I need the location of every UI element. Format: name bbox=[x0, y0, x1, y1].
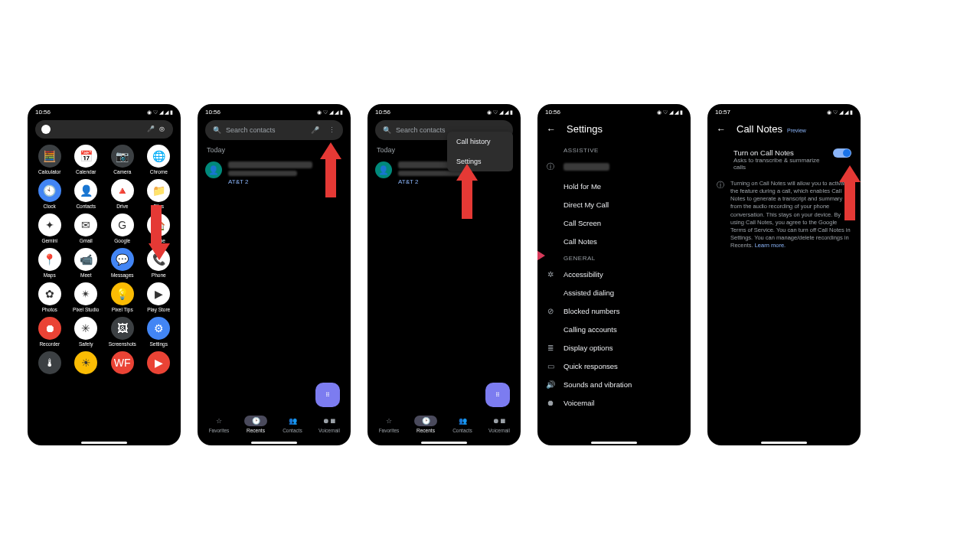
mic-icon[interactable]: 🎤 bbox=[147, 126, 155, 133]
tab-icon: ☆ bbox=[377, 416, 400, 426]
app-label: Screenshots bbox=[109, 341, 136, 347]
google-icon: G bbox=[41, 125, 51, 134]
tab-label: Recents bbox=[416, 428, 435, 433]
setting-direct-my-call[interactable]: Direct My Call bbox=[537, 195, 691, 214]
call-notes-switch[interactable] bbox=[833, 148, 851, 158]
app-photos[interactable]: ✿Photos bbox=[32, 282, 67, 312]
app-screenshots[interactable]: 🖼Screenshots bbox=[105, 317, 140, 347]
setting-caller-id[interactable]: ⓘ bbox=[537, 157, 691, 177]
nav-bar[interactable] bbox=[251, 442, 297, 444]
app-maps[interactable]: 📍Maps bbox=[32, 248, 67, 278]
app-clock[interactable]: 🕙Clock bbox=[32, 179, 67, 209]
app-icon: ✴ bbox=[74, 282, 97, 305]
page-title: Settings bbox=[567, 123, 603, 135]
tab-recents[interactable]: 🕑Recents bbox=[244, 416, 267, 433]
app-safety[interactable]: ✳Safety bbox=[69, 317, 104, 347]
status-time: 10:57 bbox=[715, 109, 730, 116]
status-time: 10:56 bbox=[205, 109, 220, 116]
setting-call-notes[interactable]: Call Notes bbox=[537, 232, 691, 250]
tab-recents[interactable]: 🕑Recents bbox=[414, 416, 437, 433]
app-label: Google bbox=[114, 238, 130, 243]
app-icon[interactable]: 🌡 bbox=[32, 351, 67, 376]
tab-icon: ⏺⏹ bbox=[488, 416, 511, 426]
app-gemini[interactable]: ✦Gemini bbox=[32, 214, 67, 243]
app-label: Calendar bbox=[76, 169, 96, 174]
nav-bar[interactable] bbox=[591, 442, 637, 444]
tab-icon: ☆ bbox=[207, 416, 230, 426]
tab-contacts[interactable]: 👥Contacts bbox=[451, 416, 474, 433]
tab-voicemail[interactable]: ⏺⏹Voicemail bbox=[488, 416, 511, 433]
setting-assisted-dialing[interactable]: Assisted dialing bbox=[537, 283, 691, 302]
app-icon: 📷 bbox=[111, 145, 134, 168]
toggle-call-notes-row[interactable]: Turn on Call Notes Asks to transcribe & … bbox=[707, 142, 861, 175]
setting-label: Voicemail bbox=[564, 399, 595, 407]
nav-bar[interactable] bbox=[761, 442, 807, 444]
tab-favorites[interactable]: ☆Favorites bbox=[207, 416, 230, 433]
setting-icon: ⊘ bbox=[545, 307, 556, 315]
app-camera[interactable]: 📷Camera bbox=[105, 145, 140, 174]
mic-icon[interactable]: 🎤 bbox=[311, 126, 319, 134]
app-drive[interactable]: 🔺Drive bbox=[105, 179, 140, 209]
app-icon[interactable]: ▶ bbox=[142, 351, 177, 376]
dialpad-button[interactable]: ⠿ bbox=[485, 383, 510, 407]
app-icon: ✿ bbox=[38, 282, 61, 305]
app-meet[interactable]: 📹Meet bbox=[69, 248, 104, 278]
tab-contacts[interactable]: 👥Contacts bbox=[281, 416, 304, 433]
setting-quick-responses[interactable]: ▭Quick responses bbox=[537, 357, 691, 375]
app-gmail[interactable]: ✉Gmail bbox=[69, 214, 104, 243]
setting-label: Assisted dialing bbox=[564, 289, 614, 297]
nav-bar[interactable] bbox=[421, 442, 467, 444]
setting-calling-accounts[interactable]: Calling accounts bbox=[537, 320, 691, 338]
app-label: Gmail bbox=[80, 238, 93, 243]
setting-blocked-numbers[interactable]: ⊘Blocked numbers bbox=[537, 302, 691, 320]
setting-label: Quick responses bbox=[564, 362, 618, 370]
setting-label: Accessibility bbox=[564, 270, 603, 279]
app-play-store[interactable]: ▶Play Store bbox=[142, 282, 177, 312]
app-icon[interactable]: WF bbox=[105, 351, 140, 376]
back-icon[interactable]: ← bbox=[717, 124, 726, 135]
app-pixel-studio[interactable]: ✴Pixel Studio bbox=[69, 282, 104, 312]
app-calendar[interactable]: 📅Calendar bbox=[69, 145, 104, 174]
tab-voicemail[interactable]: ⏺⏹Voicemail bbox=[318, 416, 341, 433]
setting-sounds-and-vibration[interactable]: 🔊Sounds and vibration bbox=[537, 375, 691, 393]
search-contacts-bar[interactable]: 🔍 Search contacts 🎤 ⋮ bbox=[205, 120, 343, 140]
app-recorder[interactable]: ⏺Recorder bbox=[32, 317, 67, 347]
annotation-arrow-right bbox=[537, 245, 545, 266]
app-icon: G bbox=[111, 214, 134, 236]
app-label: Chrome bbox=[150, 169, 168, 174]
app-pixel-tips[interactable]: 💡Pixel Tips bbox=[105, 282, 140, 312]
app-contacts[interactable]: 👤Contacts bbox=[69, 179, 104, 209]
setting-hold-for-me[interactable]: Hold for Me bbox=[537, 177, 691, 195]
avatar: 👤 bbox=[205, 161, 222, 178]
app-label: Pixel Tips bbox=[112, 307, 133, 312]
menu-call-history[interactable]: Call history bbox=[447, 132, 513, 152]
app-label: Gemini bbox=[41, 238, 57, 243]
learn-more-link[interactable]: Learn more. bbox=[755, 242, 786, 249]
section-general: GENERAL bbox=[537, 250, 691, 265]
tab-icon: ⏺⏹ bbox=[318, 416, 341, 426]
setting-accessibility[interactable]: ✲Accessibility bbox=[537, 265, 691, 283]
google-search-bar[interactable]: G 🎤 ◎ bbox=[35, 120, 173, 139]
tab-favorites[interactable]: ☆Favorites bbox=[377, 416, 400, 433]
setting-voicemail[interactable]: ⏺Voicemail bbox=[537, 393, 691, 412]
app-calculator[interactable]: 🧮Calculator bbox=[32, 145, 67, 174]
app-icon[interactable]: ☀ bbox=[69, 351, 104, 376]
setting-call-screen[interactable]: Call Screen bbox=[537, 214, 691, 232]
setting-icon: ✲ bbox=[545, 270, 556, 279]
screen-phone-settings: 10:56 ◉♡◢◢▮ ← Settings ASSISTIVE ⓘ Hold … bbox=[537, 104, 691, 445]
tab-label: Favorites bbox=[379, 428, 400, 433]
carrier-label: AT&T 2 bbox=[398, 178, 513, 185]
overflow-menu-icon[interactable]: ⋮ bbox=[328, 126, 335, 134]
app-chrome[interactable]: 🌐Chrome bbox=[142, 145, 177, 174]
app-icon: 🕙 bbox=[38, 179, 61, 202]
setting-display-options[interactable]: ≣Display options bbox=[537, 338, 691, 357]
annotation-arrow-up bbox=[320, 142, 341, 204]
app-messages[interactable]: 💬Messages bbox=[105, 248, 140, 278]
back-icon[interactable]: ← bbox=[547, 124, 556, 135]
app-settings[interactable]: ⚙Settings bbox=[142, 317, 177, 347]
lens-icon[interactable]: ◎ bbox=[159, 126, 167, 133]
nav-bar[interactable] bbox=[81, 442, 127, 444]
dialpad-button[interactable]: ⠿ bbox=[315, 383, 340, 407]
app-google[interactable]: GGoogle bbox=[105, 214, 140, 243]
setting-icon: 🔊 bbox=[545, 380, 556, 389]
